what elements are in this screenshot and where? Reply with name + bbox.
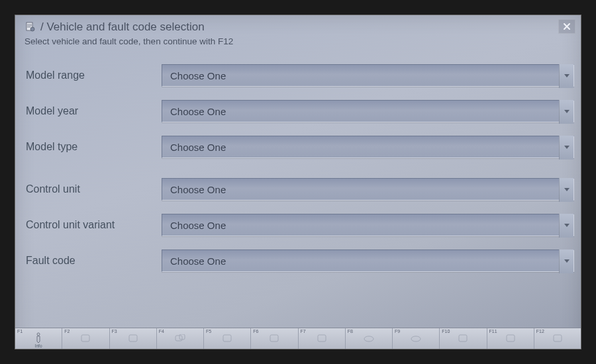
chevron-down-icon [559, 100, 573, 124]
dropdown-value: Choose One [170, 255, 226, 267]
row-control-unit: Control unit Choose One [15, 177, 581, 202]
svg-rect-8 [270, 335, 278, 341]
row-model-type: Model type Choose One [15, 134, 581, 159]
dropdown-value: Choose One [170, 70, 226, 81]
placeholder-icon [175, 333, 185, 345]
fkey-number: F6 [253, 329, 258, 334]
chevron-down-icon [559, 178, 573, 202]
label-fault-code: Fault code [26, 255, 162, 267]
function-key-bar: F1 Info F2 F3 F4 F5 [15, 328, 581, 349]
title-row: / Vehicle and fault code selection [25, 21, 571, 34]
fkey-number: F3 [112, 329, 117, 334]
form-area: Model range Choose One Model year Choose… [15, 58, 581, 273]
svg-point-10 [364, 336, 373, 341]
fkey-number: F8 [348, 329, 353, 334]
close-icon [563, 23, 571, 30]
dropdown-value: Choose One [170, 184, 226, 195]
monitor-bezel: / Vehicle and fault code selection Selec… [0, 0, 596, 364]
fkey-number: F12 [536, 329, 544, 334]
placeholder-icon [411, 333, 421, 345]
fkey-f2[interactable]: F2 [62, 328, 109, 349]
placeholder-icon [458, 333, 468, 345]
dropdown-value: Choose One [170, 106, 226, 117]
dropdown-control-unit-variant[interactable]: Choose One [162, 214, 574, 236]
dropdown-value: Choose One [170, 142, 226, 153]
placeholder-icon [364, 333, 374, 345]
svg-rect-5 [175, 336, 182, 341]
fkey-f4[interactable]: F4 [157, 328, 204, 349]
dropdown-model-range[interactable]: Choose One [162, 64, 574, 87]
placeholder-icon [128, 333, 138, 345]
fkey-number: F9 [395, 329, 400, 334]
chevron-down-icon [559, 250, 573, 273]
svg-rect-4 [129, 335, 137, 341]
group-divider [15, 170, 581, 177]
label-control-unit-variant: Control unit variant [26, 219, 162, 231]
chevron-down-icon [559, 64, 573, 88]
app-window: / Vehicle and fault code selection Selec… [15, 15, 581, 349]
placeholder-icon [270, 333, 279, 345]
label-model-year: Model year [26, 105, 162, 117]
row-model-year: Model year Choose One [15, 99, 581, 124]
placeholder-icon [223, 333, 232, 345]
svg-point-1 [30, 27, 34, 31]
fkey-number: F2 [64, 329, 70, 334]
fkey-f5[interactable]: F5 [204, 328, 251, 349]
placeholder-icon [317, 333, 326, 345]
fkey-number: F1 [17, 329, 23, 334]
fkey-f1[interactable]: F1 Info [15, 328, 62, 349]
svg-rect-14 [554, 335, 562, 341]
dropdown-model-type[interactable]: Choose One [162, 136, 574, 158]
placeholder-icon [553, 333, 562, 345]
titlebar: / Vehicle and fault code selection Selec… [15, 15, 581, 58]
fkey-f6[interactable]: F6 [251, 328, 298, 349]
placeholder-icon [81, 333, 90, 345]
fkey-f7[interactable]: F7 [299, 328, 346, 349]
dropdown-fault-code[interactable]: Choose One [162, 250, 574, 272]
fkey-number: F7 [301, 329, 306, 334]
fkey-f8[interactable]: F8 [346, 328, 393, 349]
svg-rect-9 [318, 335, 326, 341]
svg-rect-12 [459, 335, 467, 341]
fkey-f12[interactable]: F12 [534, 328, 581, 349]
page-subtitle: Select vehicle and fault code, then cont… [25, 36, 571, 46]
svg-rect-13 [507, 335, 515, 341]
svg-point-2 [37, 333, 40, 336]
row-model-range: Model range Choose One [15, 63, 581, 88]
fkey-f10[interactable]: F10 [440, 328, 487, 349]
fkey-number: F5 [206, 329, 211, 334]
fkey-number: F10 [442, 329, 450, 334]
svg-rect-7 [223, 335, 231, 341]
document-icon [25, 21, 36, 33]
fkey-number: F4 [159, 329, 164, 334]
fkey-f3[interactable]: F3 [110, 328, 157, 349]
label-model-range: Model range [26, 69, 162, 81]
fkey-f11[interactable]: F11 [487, 328, 534, 349]
placeholder-icon [506, 333, 515, 345]
chevron-down-icon [559, 136, 573, 159]
label-model-type: Model type [26, 141, 162, 153]
dropdown-control-unit[interactable]: Choose One [162, 178, 574, 201]
page-title: / Vehicle and fault code selection [40, 21, 205, 34]
dropdown-value: Choose One [170, 220, 226, 231]
row-control-unit-variant: Control unit variant Choose One [15, 212, 581, 238]
close-button[interactable] [558, 19, 575, 34]
svg-point-11 [411, 336, 421, 341]
label-control-unit: Control unit [26, 183, 162, 195]
fkey-f9[interactable]: F9 [393, 328, 440, 349]
chevron-down-icon [559, 214, 573, 238]
fkey-caption: Info [15, 343, 62, 348]
row-fault-code: Fault code Choose One [15, 248, 581, 273]
fkey-number: F11 [489, 329, 497, 334]
dropdown-model-year[interactable]: Choose One [162, 100, 574, 122]
svg-rect-3 [81, 335, 89, 341]
